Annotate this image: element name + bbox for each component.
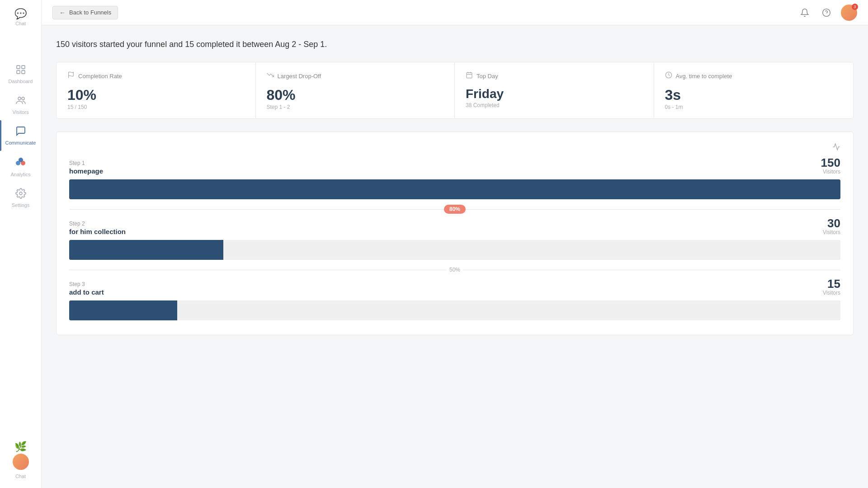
funnel-bar-3-container <box>69 300 840 320</box>
help-icon[interactable] <box>819 5 834 20</box>
settings-icon <box>15 188 26 201</box>
step-3-visitors-label: Visitors <box>823 290 840 296</box>
back-button-label: Back to Funnels <box>69 9 111 16</box>
sidebar-label-communicate: Communicate <box>5 140 36 145</box>
svg-point-4 <box>18 97 21 100</box>
user-avatar-container[interactable]: 3 <box>841 5 857 21</box>
step-1-visitors-label: Visitors <box>821 169 840 175</box>
funnel-step-2-header: Step 2 for him collection 30 Visitors <box>69 217 840 235</box>
step-3-visitors: 15 Visitors <box>823 278 840 296</box>
funnel-bar-3 <box>69 300 177 320</box>
stat-sub-dropoff: Step 1 - 2 <box>267 104 444 110</box>
step-1-visitors: 150 Visitors <box>821 157 840 175</box>
content-area: 150 visitors started your funnel and 15 … <box>42 25 868 488</box>
svg-point-9 <box>19 192 22 195</box>
funnel-bar-2-container <box>69 240 840 260</box>
stat-label-dropoff: Largest Drop-Off <box>278 73 321 80</box>
svg-rect-2 <box>17 70 20 74</box>
funnel-action-row <box>69 143 840 153</box>
stat-header-avgtime: Avg. time to complete <box>665 71 843 80</box>
funnel-divider-2: 50% <box>69 263 840 276</box>
stat-value-dropoff: 80% <box>267 88 444 102</box>
svg-point-5 <box>22 97 24 100</box>
funnel-step-1-header: Step 1 homepage 150 Visitors <box>69 157 840 175</box>
step-2-number: Step 2 <box>69 221 126 227</box>
stat-card-completion-rate: Completion Rate 10% 15 / 150 <box>57 62 256 118</box>
page-header: ← Back to Funnels 3 <box>42 0 868 25</box>
sidebar-item-chat[interactable]: 💬 Chat <box>0 4 41 32</box>
funnel-steps-section: Step 1 homepage 150 Visitors 80% <box>56 131 854 335</box>
calendar-icon <box>466 71 473 80</box>
chat-icon: 💬 <box>14 9 27 19</box>
stat-card-avg-time: Avg. time to complete 3s 0s - 1m <box>654 62 854 118</box>
stat-card-largest-dropoff: Largest Drop-Off 80% Step 1 - 2 <box>256 62 455 118</box>
stat-header-dropoff: Largest Drop-Off <box>267 71 444 80</box>
step-2-visitors-label: Visitors <box>823 229 840 235</box>
page-summary: 150 visitors started your funnel and 15 … <box>56 40 854 49</box>
stat-value-completion: 10% <box>67 88 245 102</box>
dropoff-icon <box>267 71 274 80</box>
stat-sub-completion: 15 / 150 <box>67 104 245 110</box>
step-3-name: add to cart <box>69 288 104 296</box>
sidebar-item-visitors[interactable]: Visitors <box>0 89 41 120</box>
sidebar-item-settings[interactable]: Settings <box>0 183 41 213</box>
stat-sub-topday: 38 Completed <box>466 102 643 108</box>
stat-card-top-day: Top Day Friday 38 Completed <box>455 62 654 118</box>
header-right: 3 <box>797 5 857 21</box>
stat-sub-avgtime: 0s - 1m <box>665 104 843 110</box>
sidebar-label-chat: Chat <box>15 21 26 26</box>
main-content: ← Back to Funnels 3 150 visitors started… <box>42 0 868 488</box>
funnel-step-1: Step 1 homepage 150 Visitors <box>69 157 840 199</box>
sidebar-label-settings: Settings <box>12 202 30 208</box>
stat-value-avgtime: 3s <box>665 88 843 102</box>
sidebar-bottom: 🌿 Chat <box>13 436 29 488</box>
funnel-bar-1 <box>69 179 840 199</box>
back-to-funnels-button[interactable]: ← Back to Funnels <box>52 6 118 19</box>
visitors-icon <box>15 95 26 108</box>
sidebar-label-visitors: Visitors <box>13 109 29 115</box>
funnel-bar-2 <box>69 240 223 260</box>
sidebar-item-communicate[interactable]: Communicate <box>0 120 41 151</box>
notification-bell-icon[interactable] <box>797 5 812 20</box>
avatar-notification-badge: 3 <box>852 4 858 10</box>
stat-header-topday: Top Day <box>466 71 643 80</box>
sidebar-chat-bottom-label: Chat <box>15 474 26 479</box>
funnel-step-2: Step 2 for him collection 30 Visitors <box>69 217 840 260</box>
step-1-visitors-count: 150 <box>821 157 840 169</box>
sidebar-avatar[interactable] <box>13 454 29 470</box>
svg-rect-0 <box>17 66 20 69</box>
stat-label-topday: Top Day <box>476 73 498 80</box>
funnel-drop-badge-1: 80% <box>444 205 466 214</box>
sidebar: 💬 Chat Dashboard Visitors Communicate <box>0 0 42 488</box>
stat-header-completion: Completion Rate <box>67 71 245 80</box>
sidebar-item-analytics[interactable]: Analytics <box>0 151 41 183</box>
dashboard-icon <box>15 64 26 77</box>
back-arrow-icon: ← <box>59 9 66 16</box>
funnel-step-3: Step 3 add to cart 15 Visitors <box>69 278 840 320</box>
header-left: ← Back to Funnels <box>52 6 118 19</box>
stats-cards-row: Completion Rate 10% 15 / 150 Largest Dro… <box>56 62 854 119</box>
step-3-label-group: Step 3 add to cart <box>69 281 104 296</box>
stat-label-avgtime: Avg. time to complete <box>676 73 732 80</box>
clock-icon <box>665 71 672 80</box>
step-3-visitors-count: 15 <box>823 278 840 290</box>
stat-label-completion: Completion Rate <box>78 73 122 80</box>
svg-rect-3 <box>22 70 25 74</box>
funnel-options-icon[interactable] <box>832 143 840 153</box>
sidebar-label-dashboard: Dashboard <box>9 79 33 84</box>
funnel-bar-1-container <box>69 179 840 199</box>
step-2-visitors: 30 Visitors <box>823 217 840 235</box>
flag-icon <box>67 71 75 80</box>
svg-rect-1 <box>22 66 25 69</box>
svg-point-8 <box>19 158 23 162</box>
funnel-step-3-header: Step 3 add to cart 15 Visitors <box>69 278 840 296</box>
sidebar-item-chat-bottom[interactable]: 🌿 Chat <box>13 436 29 481</box>
funnel-divider-1: 80% <box>69 203 840 216</box>
communicate-icon <box>15 126 26 138</box>
sidebar-item-dashboard[interactable]: Dashboard <box>0 59 41 89</box>
sidebar-label-analytics: Analytics <box>10 172 30 177</box>
svg-rect-13 <box>467 73 472 78</box>
step-1-label-group: Step 1 homepage <box>69 160 103 175</box>
step-2-visitors-count: 30 <box>823 217 840 229</box>
step-2-label-group: Step 2 for him collection <box>69 221 126 235</box>
